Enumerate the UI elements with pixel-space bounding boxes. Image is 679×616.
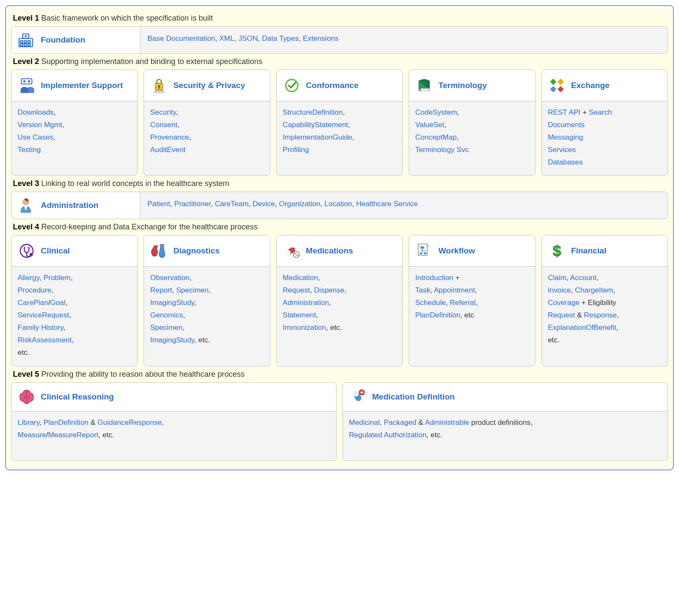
exchange-title[interactable]: Exchange bbox=[571, 81, 610, 90]
link-imagingstudy-2[interactable]: ImagingStudy bbox=[150, 336, 194, 344]
link-healthcare-service[interactable]: Healthcare Service bbox=[356, 200, 418, 208]
clinical-title[interactable]: Clinical bbox=[41, 246, 70, 256]
link-schedule[interactable]: Schedule bbox=[415, 299, 446, 307]
link-codesystem[interactable]: CodeSystem bbox=[415, 108, 457, 116]
link-documents[interactable]: Documents bbox=[548, 121, 585, 129]
link-elig-request[interactable]: Request bbox=[548, 311, 575, 319]
link-use-cases[interactable]: Use Cases bbox=[18, 133, 53, 141]
link-packaged[interactable]: Packaged bbox=[384, 418, 416, 427]
link-downloads[interactable]: Downloads bbox=[18, 108, 54, 116]
link-chargeitem[interactable]: ChargeItem bbox=[575, 286, 613, 294]
link-med-request[interactable]: Request bbox=[283, 286, 310, 294]
link-measure[interactable]: Measure bbox=[18, 431, 46, 439]
exchange-diamonds-icon bbox=[548, 76, 566, 95]
link-auditevent[interactable]: AuditEvent bbox=[150, 146, 185, 154]
link-observation[interactable]: Observation bbox=[150, 274, 190, 282]
link-careteam[interactable]: CareTeam bbox=[215, 200, 248, 208]
medications-title[interactable]: Medications bbox=[306, 246, 353, 256]
link-library[interactable]: Library bbox=[18, 418, 40, 427]
link-practitioner[interactable]: Practitioner bbox=[174, 200, 211, 208]
terminology-title[interactable]: Terminology bbox=[438, 81, 487, 90]
diagnostics-title[interactable]: Diagnostics bbox=[173, 246, 220, 256]
link-medicinal[interactable]: Medicinal bbox=[349, 418, 380, 427]
svg-point-12 bbox=[28, 80, 30, 82]
link-location[interactable]: Location bbox=[324, 200, 352, 208]
link-plandefinition[interactable]: PlanDefinition bbox=[415, 311, 460, 319]
lock-shield-icon bbox=[150, 76, 168, 95]
link-xml[interactable]: XML bbox=[219, 34, 234, 43]
link-claim[interactable]: Claim bbox=[548, 274, 566, 282]
link-capabilitystatement[interactable]: CapabilityStatement bbox=[283, 121, 348, 129]
link-version-mgmt[interactable]: Version Mgmt bbox=[18, 121, 62, 129]
link-data-types[interactable]: Data Types bbox=[262, 34, 299, 43]
workflow-title[interactable]: Workflow bbox=[438, 246, 475, 256]
financial-title[interactable]: Financial bbox=[571, 246, 606, 256]
link-specimen-2[interactable]: Specimen bbox=[150, 323, 183, 332]
link-regulated-authorization[interactable]: Regulated Authorization bbox=[349, 431, 427, 439]
link-med-administration[interactable]: Administration bbox=[283, 299, 329, 307]
svg-rect-19 bbox=[420, 88, 429, 91]
link-family-history[interactable]: Family History bbox=[18, 323, 63, 332]
link-cr-plandefinition[interactable]: PlanDefinition bbox=[43, 418, 89, 427]
link-careplan[interactable]: CarePlan bbox=[18, 299, 48, 307]
clinical-reasoning-title[interactable]: Clinical Reasoning bbox=[41, 392, 114, 402]
link-patient[interactable]: Patient bbox=[147, 200, 170, 208]
link-profiling[interactable]: Profiling bbox=[283, 146, 309, 154]
link-device[interactable]: Device bbox=[253, 200, 275, 208]
link-goal[interactable]: Goal bbox=[50, 299, 66, 307]
link-services[interactable]: Services bbox=[548, 146, 576, 154]
link-coverage[interactable]: Coverage bbox=[548, 299, 580, 307]
link-measurereport[interactable]: MeasureReport bbox=[48, 431, 98, 439]
link-valueset[interactable]: ValueSet bbox=[415, 121, 444, 129]
link-wf-introduction[interactable]: Introduction bbox=[415, 274, 453, 282]
link-dispense[interactable]: Dispense bbox=[314, 286, 345, 294]
link-implementationguide[interactable]: ImplementationGuide bbox=[283, 133, 352, 141]
link-report[interactable]: Report bbox=[150, 286, 172, 294]
link-consent[interactable]: Consent bbox=[150, 121, 177, 129]
svg-rect-20 bbox=[557, 79, 564, 85]
link-testing[interactable]: Testing bbox=[18, 146, 41, 154]
link-json[interactable]: JSON bbox=[239, 34, 258, 43]
link-genomics[interactable]: Genomics bbox=[150, 311, 183, 319]
link-extensions[interactable]: Extensions bbox=[303, 34, 339, 43]
link-servicerequest[interactable]: ServiceRequest bbox=[18, 311, 69, 319]
link-referral[interactable]: Referral bbox=[450, 299, 476, 307]
security-privacy-title[interactable]: Security & Privacy bbox=[173, 81, 245, 90]
link-administrable[interactable]: Administrable bbox=[425, 418, 469, 427]
foundation-title[interactable]: Foundation bbox=[41, 35, 85, 45]
link-organization[interactable]: Organization bbox=[279, 200, 320, 208]
link-base-documentation[interactable]: Base Documentation bbox=[147, 34, 215, 43]
link-allergy[interactable]: Allergy bbox=[18, 274, 40, 282]
medication-definition-title[interactable]: Medication Definition bbox=[372, 392, 455, 402]
implementer-support-card: Implementer Support Downloads, Version M… bbox=[11, 70, 138, 176]
link-eob[interactable]: ExplanationOfBenefit bbox=[548, 323, 617, 332]
link-procedure[interactable]: Procedure bbox=[18, 286, 51, 294]
link-structuredefinition[interactable]: StructureDefinition bbox=[283, 108, 343, 116]
link-riskassessment[interactable]: RiskAssessment bbox=[18, 336, 72, 344]
link-account[interactable]: Account bbox=[570, 274, 596, 282]
link-guidanceresponse[interactable]: GuidanceResponse bbox=[98, 418, 162, 427]
link-problem[interactable]: Problem bbox=[43, 274, 70, 282]
link-terminology-svc[interactable]: Terminology Svc bbox=[415, 146, 469, 154]
link-messaging[interactable]: Messaging bbox=[548, 133, 583, 141]
link-conceptmap[interactable]: ConceptMap bbox=[415, 133, 456, 141]
link-appointment[interactable]: Appointment bbox=[434, 286, 475, 294]
link-search[interactable]: Search bbox=[589, 108, 612, 116]
link-medication[interactable]: Medication bbox=[283, 274, 318, 282]
link-provenance[interactable]: Provenance bbox=[150, 133, 189, 141]
link-security[interactable]: Security bbox=[150, 108, 176, 116]
link-elig-response[interactable]: Response bbox=[584, 311, 617, 319]
foundation-links: Base Documentation, XML, JSON, Data Type… bbox=[141, 27, 667, 53]
lab-flasks-icon bbox=[150, 242, 168, 260]
conformance-title[interactable]: Conformance bbox=[306, 81, 358, 90]
link-rest-api[interactable]: REST API bbox=[548, 108, 581, 116]
link-task[interactable]: Task bbox=[415, 286, 430, 294]
administration-title[interactable]: Administration bbox=[41, 201, 98, 210]
link-imagingstudy[interactable]: ImagingStudy bbox=[150, 299, 194, 307]
link-specimen[interactable]: Specimen bbox=[176, 286, 209, 294]
link-immunization[interactable]: Immunization bbox=[283, 323, 326, 332]
link-invoice[interactable]: Invoice bbox=[548, 286, 571, 294]
link-databases[interactable]: Databases bbox=[548, 158, 583, 166]
link-statement[interactable]: Statement bbox=[283, 311, 316, 319]
implementer-support-title[interactable]: Implementer Support bbox=[41, 81, 123, 90]
